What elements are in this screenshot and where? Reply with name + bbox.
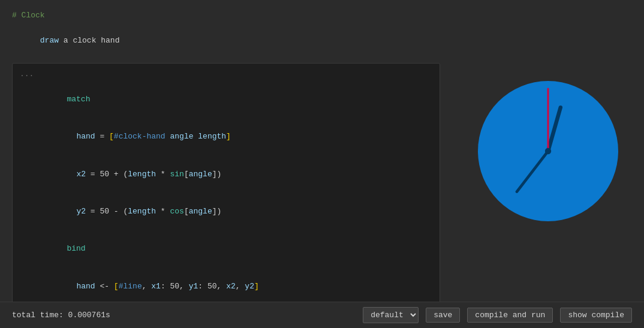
comment-line: # Clock [12,10,440,22]
hand-bind-line: hand <- [#line, x1: 50, y1: 50, x2, y2] [39,268,432,302]
bind-keyword-1: bind [67,244,85,253]
default-select[interactable]: default [363,307,419,323]
save-button[interactable]: save [426,308,460,323]
code-panel: # Clock draw a clock hand ... match hand… [0,0,452,302]
y2-line: y2 = 50 - (length * cos[angle]) [39,193,432,230]
bind-1: bind [29,231,432,268]
section1-block: ... match hand = [#clock-hand angle leng… [12,63,440,302]
show-compile-button[interactable]: show compile [560,308,632,323]
clock-preview [470,73,626,229]
x2-line: x2 = 50 + (length * sin[angle]) [39,156,432,193]
main-content: # Clock draw a clock hand ... match hand… [0,0,644,302]
dots-before-1: ... [20,68,432,81]
clock-center [545,148,551,154]
hand-line: hand = [#clock-hand angle length] [39,118,432,155]
section1-title: draw a clock hand [12,22,440,59]
footer: total time: 0.000761s default save compi… [0,302,644,328]
preview-panel [452,0,644,302]
compile-run-button[interactable]: compile and run [467,308,553,323]
match-keyword-1: match [67,95,90,104]
match-1: match [29,81,432,118]
total-time: total time: 0.000761s [12,311,110,320]
